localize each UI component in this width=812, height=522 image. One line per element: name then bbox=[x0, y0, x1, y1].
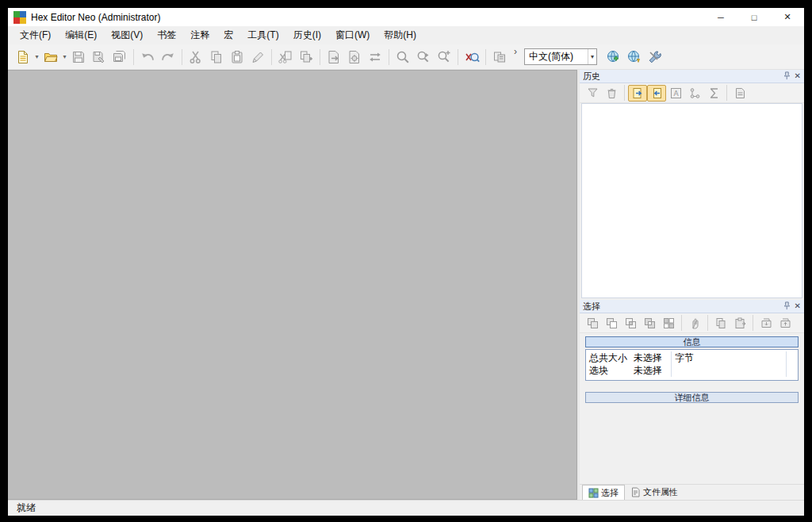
app-logo-icon bbox=[13, 11, 26, 24]
toolbar-separator bbox=[271, 49, 272, 65]
save-as-button[interactable] bbox=[89, 47, 109, 67]
cut-button[interactable] bbox=[186, 47, 206, 67]
pattern-coloring-button[interactable] bbox=[489, 47, 510, 67]
paste-button[interactable] bbox=[227, 47, 247, 67]
title-bar: Hex Editor Neo (Administrator) ─ □ ✕ bbox=[8, 8, 804, 26]
menu-view[interactable]: 视图(V) bbox=[104, 26, 150, 44]
menu-annotations[interactable]: 注释 bbox=[183, 26, 216, 44]
bottom-tabs: 选择 文件属性 bbox=[580, 484, 804, 500]
menu-help[interactable]: 帮助(H) bbox=[377, 26, 423, 44]
menu-bookmarks[interactable]: 书签 bbox=[150, 26, 183, 44]
history-panel: 历史 ✕ bbox=[580, 70, 804, 300]
toolbar-overflow-button[interactable]: › bbox=[510, 46, 521, 57]
history-stats-button[interactable] bbox=[704, 85, 723, 102]
fill-pencil-button[interactable] bbox=[247, 47, 268, 67]
toolbar-separator bbox=[485, 49, 486, 65]
menu-macros[interactable]: 宏 bbox=[216, 26, 240, 44]
main-toolbar: ▾ ▾ bbox=[8, 44, 804, 70]
toolbar-separator bbox=[133, 49, 134, 65]
file-properties-tab-icon bbox=[630, 487, 641, 497]
selection-toolbar-separator bbox=[707, 315, 708, 331]
selection-panel-header: 选择 ✕ bbox=[580, 300, 804, 313]
cut-insert-button[interactable] bbox=[275, 47, 296, 67]
history-names-button[interactable]: A bbox=[666, 85, 685, 102]
settings-wrench-button[interactable] bbox=[645, 47, 665, 67]
language-update-button[interactable] bbox=[624, 47, 645, 67]
app-window: Hex Editor Neo (Administrator) ─ □ ✕ 文件(… bbox=[8, 8, 804, 516]
replace-button[interactable] bbox=[462, 47, 482, 67]
history-show-undone-toggle[interactable] bbox=[628, 85, 647, 102]
new-file-button[interactable] bbox=[13, 47, 33, 67]
row-unit bbox=[672, 364, 787, 377]
history-toolbar-separator bbox=[726, 85, 727, 101]
history-toolbar-separator bbox=[624, 85, 625, 101]
toolbar-separator bbox=[182, 49, 182, 65]
history-list[interactable] bbox=[581, 103, 802, 298]
maximize-button[interactable]: □ bbox=[737, 8, 771, 26]
open-file-dropdown-icon[interactable]: ▾ bbox=[61, 53, 68, 60]
tab-selection[interactable]: 选择 bbox=[582, 485, 625, 500]
selection-save-button[interactable] bbox=[776, 315, 795, 332]
find-button[interactable] bbox=[393, 47, 413, 67]
new-file-dropdown-icon[interactable]: ▾ bbox=[33, 53, 40, 60]
history-tree-button[interactable] bbox=[685, 85, 704, 102]
menu-edit[interactable]: 编辑(E) bbox=[58, 26, 104, 44]
row-value: 未选择 bbox=[634, 364, 672, 377]
selection-info-table: 总共大小 未选择 字节 选块 未选择 bbox=[585, 349, 799, 381]
selection-panel: 选择 ✕ bbox=[580, 300, 804, 500]
selection-panel-title: 选择 bbox=[583, 301, 600, 313]
find-next-button[interactable] bbox=[413, 47, 434, 67]
operations-button[interactable] bbox=[344, 47, 365, 67]
swap-bytes-button[interactable] bbox=[365, 47, 385, 67]
tab-file-properties[interactable]: 文件属性 bbox=[625, 485, 684, 500]
export-button[interactable] bbox=[324, 47, 344, 67]
history-panel-title: 历史 bbox=[583, 71, 600, 83]
history-filter-button[interactable] bbox=[583, 85, 602, 102]
selection-union-button[interactable] bbox=[583, 315, 602, 332]
history-close-icon[interactable]: ✕ bbox=[795, 72, 801, 80]
copy-insert-button[interactable] bbox=[296, 47, 316, 67]
table-row: 总共大小 未选择 字节 bbox=[589, 351, 798, 364]
minimize-button[interactable]: ─ bbox=[704, 8, 737, 26]
history-toolbar: A bbox=[580, 83, 804, 103]
undo-button[interactable] bbox=[137, 47, 158, 67]
menu-tools[interactable]: 工具(T) bbox=[240, 26, 285, 44]
save-all-button[interactable] bbox=[109, 47, 130, 67]
menu-history[interactable]: 历史(I) bbox=[286, 26, 328, 44]
menu-window[interactable]: 窗口(W) bbox=[328, 26, 377, 44]
status-message: 就绪 bbox=[17, 501, 36, 515]
row-value: 未选择 bbox=[634, 351, 672, 364]
selection-intersection-button[interactable] bbox=[621, 315, 640, 332]
selection-invert-button[interactable] bbox=[659, 315, 678, 332]
close-button[interactable]: ✕ bbox=[771, 8, 804, 26]
find-all-button[interactable] bbox=[434, 47, 454, 67]
history-save-button[interactable] bbox=[730, 85, 749, 102]
selection-details-header[interactable]: 详细信息 bbox=[585, 392, 799, 403]
selection-details-area bbox=[580, 403, 804, 484]
history-clear-button[interactable] bbox=[602, 85, 621, 102]
language-select[interactable]: 中文(简体) ▾ bbox=[524, 48, 597, 65]
selection-load-button[interactable] bbox=[756, 315, 776, 332]
selection-tab-icon bbox=[588, 488, 599, 498]
selection-difference-button[interactable] bbox=[602, 315, 621, 332]
selection-toolbar-separator bbox=[753, 315, 753, 331]
history-pin-icon[interactable] bbox=[782, 69, 791, 83]
content-area: 历史 ✕ bbox=[8, 70, 804, 500]
language-download-button[interactable] bbox=[603, 47, 624, 67]
redo-button[interactable] bbox=[158, 47, 178, 67]
editor-workspace bbox=[8, 70, 577, 500]
open-file-button[interactable] bbox=[40, 47, 61, 67]
selection-paste-button[interactable] bbox=[730, 315, 749, 332]
menu-file[interactable]: 文件(F) bbox=[13, 26, 58, 44]
selection-touch-button[interactable] bbox=[685, 315, 704, 332]
selection-copy-button[interactable] bbox=[711, 315, 730, 332]
window-controls: ─ □ ✕ bbox=[704, 8, 804, 26]
copy-button[interactable] bbox=[206, 47, 227, 67]
right-panel: 历史 ✕ bbox=[580, 70, 804, 500]
selection-close-icon[interactable]: ✕ bbox=[795, 302, 801, 310]
selection-info-header[interactable]: 信息 bbox=[585, 336, 799, 347]
selection-xor-button[interactable] bbox=[640, 315, 659, 332]
history-branch-view-toggle[interactable] bbox=[647, 85, 666, 102]
selection-pin-icon[interactable] bbox=[782, 299, 791, 313]
save-button[interactable] bbox=[68, 47, 89, 67]
